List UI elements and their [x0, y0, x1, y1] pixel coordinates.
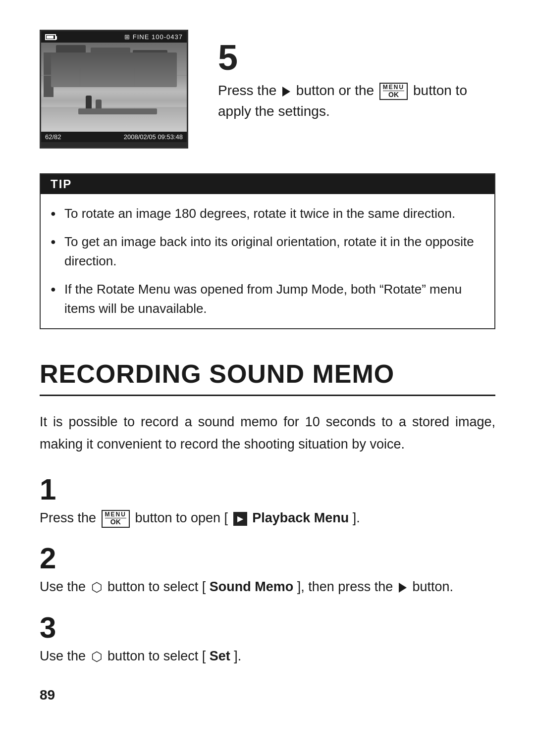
tip-bullet-1: ●	[51, 207, 57, 220]
updown-icon-3: ⬡	[91, 647, 103, 667]
tip-item-1: ● To rotate an image 180 degrees, rotate…	[51, 204, 480, 223]
page-number: 89	[40, 687, 495, 703]
tip-bullet-2: ●	[51, 235, 57, 249]
step5-text: Press the button or the MENU OK button t…	[218, 80, 495, 122]
tip-text-1: To rotate an image 180 degrees, rotate i…	[64, 204, 455, 223]
step3-bold: Set	[210, 649, 230, 663]
section-title: RECORDING SOUND MEMO	[40, 359, 495, 396]
step1-middle-text: button to open [	[135, 510, 228, 525]
step1-number: 1	[40, 475, 495, 504]
step5-number: 5	[218, 40, 495, 75]
battery-indicator	[45, 34, 56, 40]
step5-section: 5 Press the button or the MENU OK button…	[218, 30, 495, 122]
step5-text-before: Press the	[218, 83, 276, 98]
fine-label: ⊞ FINE 100-0437	[124, 33, 183, 41]
step-block-3: 3 Use the ⬡ button to select [ Set ].	[40, 613, 495, 667]
tip-content: ● To rotate an image 180 degrees, rotate…	[41, 194, 494, 328]
menu-ok-badge: MENU OK	[379, 83, 408, 101]
arrow-right-icon	[282, 87, 290, 97]
step3-text: Use the	[40, 649, 86, 663]
ok-label: OK	[388, 91, 399, 99]
step1-bold: Playback Menu	[252, 510, 353, 525]
step2-bold: Sound Memo	[210, 579, 294, 594]
recording-section: RECORDING SOUND MEMO It is possible to r…	[40, 359, 495, 667]
step1-menu-ok: MENU OK	[102, 510, 130, 528]
updown-icon-2: ⬡	[91, 577, 103, 598]
camera-top-bar: ⊞ FINE 100-0437	[41, 31, 187, 43]
camera-screen: ⊞ FINE 100-0437 62/82 2008/02/05 09:53:4…	[40, 30, 188, 149]
step1-text: Press the	[40, 510, 96, 525]
tip-header: TIP	[41, 174, 494, 194]
tip-text-3: If the Rotate Menu was opened from Jump …	[64, 280, 480, 318]
tip-box: TIP ● To rotate an image 180 degrees, ro…	[40, 173, 495, 329]
camera-image-area	[41, 43, 187, 132]
top-section: ⊞ FINE 100-0437 62/82 2008/02/05 09:53:4…	[40, 30, 495, 149]
step2-final: button.	[412, 579, 453, 594]
tip-text-2: To get an image back into its original o…	[64, 232, 480, 271]
step2-end: ], then press the	[297, 579, 393, 594]
step-block-2: 2 Use the ⬡ button to select [ Sound Mem…	[40, 544, 495, 598]
tip-item-3: ● If the Rotate Menu was opened from Jum…	[51, 280, 480, 318]
step2-text: Use the	[40, 579, 86, 594]
frame-count: 62/82	[45, 133, 61, 141]
step2-middle: button to select [	[107, 579, 206, 594]
step1-ok-label: OK	[110, 518, 121, 526]
arrow-icon-2	[399, 583, 407, 593]
menu-label: MENU	[383, 84, 404, 91]
step5-text-between: button or the	[296, 83, 374, 98]
camera-bottom-bar: 62/82 2008/02/05 09:53:48	[41, 132, 187, 142]
tip-item-2: ● To get an image back into its original…	[51, 232, 480, 271]
step2-number: 2	[40, 544, 495, 573]
section-intro: It is possible to record a sound memo fo…	[40, 411, 495, 455]
step1-menu-label: MENU	[105, 511, 126, 518]
step2-body: Use the ⬡ button to select [ Sound Memo …	[40, 576, 495, 598]
timestamp: 2008/02/05 09:53:48	[124, 133, 183, 141]
step3-middle: button to select [	[107, 649, 206, 663]
step3-body: Use the ⬡ button to select [ Set ].	[40, 646, 495, 667]
tip-bullet-3: ●	[51, 283, 57, 296]
playback-icon	[233, 512, 247, 526]
step-block-1: 1 Press the MENU OK button to open [ Pla…	[40, 475, 495, 529]
step3-end: ].	[234, 649, 241, 663]
step1-body: Press the MENU OK button to open [ Playb…	[40, 507, 495, 529]
step3-number: 3	[40, 613, 495, 643]
